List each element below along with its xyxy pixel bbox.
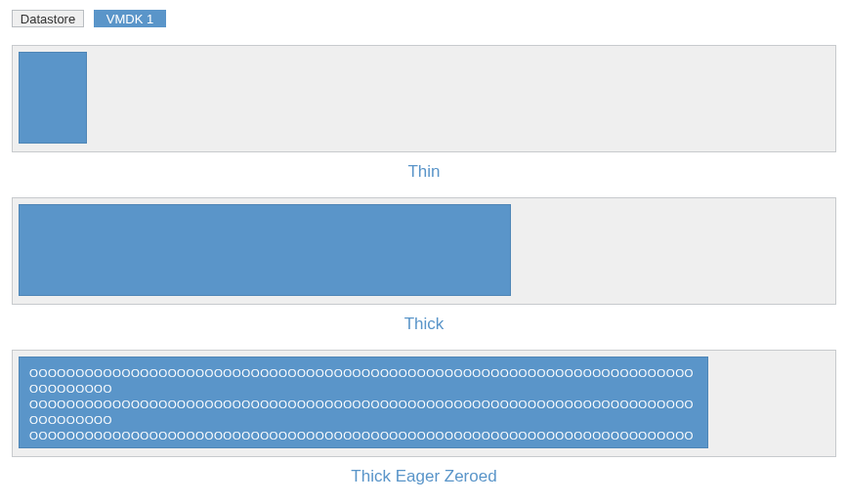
zero-fill-line: OOOOOOOOOOOOOOOOOOOOOOOOOOOOOOOOOOOOOOOO… [29, 397, 698, 428]
datastore-container-thin [12, 45, 836, 152]
zero-fill-line: OOOOOOOOOOOOOOOOOOOOOOOOOOOOOOOOOOOOOOOO… [29, 365, 698, 397]
legend-label-vmdk: VMDK 1 [106, 12, 153, 26]
legend: Datastore VMDK 1 [12, 10, 836, 27]
caption-thin: Thin [12, 162, 836, 182]
legend-swatch-datastore: Datastore [12, 10, 84, 27]
caption-thick-eager-zeroed: Thick Eager Zeroed [12, 467, 836, 486]
datastore-container-thick-eager-zeroed: OOOOOOOOOOOOOOOOOOOOOOOOOOOOOOOOOOOOOOOO… [12, 350, 836, 457]
caption-thick: Thick [12, 315, 836, 334]
legend-label-datastore: Datastore [21, 12, 75, 26]
zero-fill-line: OOOOOOOOOOOOOOOOOOOOOOOOOOOOOOOOOOOOOOOO… [29, 428, 698, 448]
vmdk-block-thick [19, 204, 511, 296]
vmdk-block-thin [19, 52, 87, 144]
legend-swatch-vmdk: VMDK 1 [94, 10, 166, 27]
vmdk-block-thick-eager-zeroed: OOOOOOOOOOOOOOOOOOOOOOOOOOOOOOOOOOOOOOOO… [19, 357, 708, 448]
datastore-container-thick [12, 197, 836, 305]
